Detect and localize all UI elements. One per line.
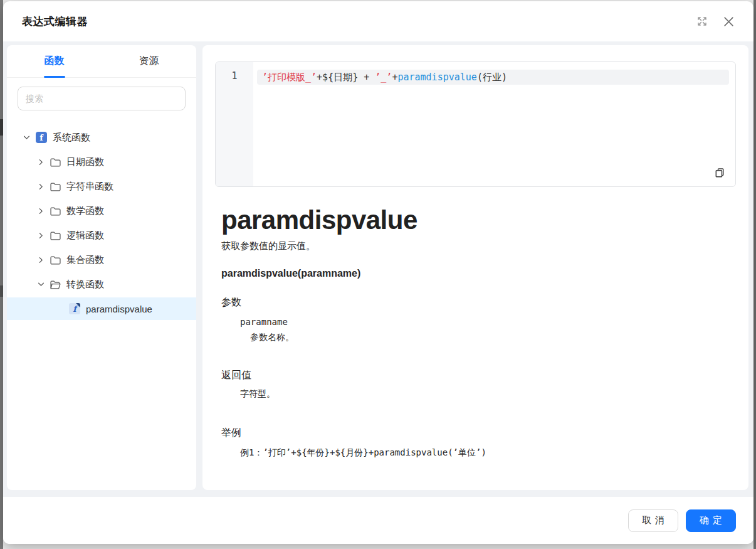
tree-item-label: 日期函数 bbox=[66, 156, 104, 168]
tree-item-paramdispvalue[interactable]: f paramdispvalue bbox=[7, 297, 196, 320]
tree-item-string-functions[interactable]: 字符串函数 bbox=[7, 175, 196, 198]
docs-example-line: 例1：’打印’+${年份}+${月份}+paramdispvalue(’单位’) bbox=[240, 447, 730, 459]
docs-summary: 获取参数值的显示值。 bbox=[221, 240, 730, 252]
docs-example-heading: 举例 bbox=[221, 427, 730, 440]
code-string-token: ’打印模版_’ bbox=[262, 72, 317, 83]
tree-item-conversion-functions[interactable]: 转换函数 bbox=[7, 273, 196, 296]
tree-item-label: 转换函数 bbox=[66, 279, 104, 290]
sidebar: 函数 资源 f 系统函数 bbox=[7, 45, 196, 490]
dialog-footer: 取消 确定 bbox=[3, 497, 753, 544]
expression-code-editor: 1 ’打印模版_’+${日期} + ’_’+paramdispvalue(行业) bbox=[215, 61, 736, 187]
docs-function-name: paramdispvalue bbox=[221, 205, 730, 235]
folder-icon bbox=[50, 206, 61, 216]
chevron-down-icon[interactable] bbox=[37, 280, 45, 288]
function-tree: f 系统函数 日期函数 bbox=[7, 124, 196, 322]
function-icon: f bbox=[69, 303, 80, 314]
tab-functions[interactable]: 函数 bbox=[7, 45, 102, 77]
docs-params-heading: 参数 bbox=[221, 296, 730, 309]
line-number: 1 bbox=[216, 70, 253, 82]
main-panel: 1 ’打印模版_’+${日期} + ’_’+paramdispvalue(行业)… bbox=[202, 45, 748, 490]
code-string-token: ’_’ bbox=[375, 72, 392, 83]
editor-code-area[interactable]: ’打印模版_’+${日期} + ’_’+paramdispvalue(行业) bbox=[253, 62, 735, 186]
folder-icon bbox=[50, 255, 61, 265]
folder-icon bbox=[50, 231, 61, 240]
function-group-icon: f bbox=[36, 132, 47, 143]
code-line[interactable]: ’打印模版_’+${日期} + ’_’+paramdispvalue(行业) bbox=[257, 70, 729, 85]
chevron-right-icon[interactable] bbox=[37, 183, 45, 190]
chevron-right-icon[interactable] bbox=[37, 232, 45, 239]
code-function-token: paramdispvalue bbox=[397, 72, 476, 83]
editor-gutter: 1 bbox=[216, 62, 253, 186]
close-icon[interactable] bbox=[722, 15, 735, 28]
folder-icon bbox=[50, 157, 61, 167]
tab-resources[interactable]: 资源 bbox=[102, 45, 196, 77]
expression-editor-dialog: 表达式编辑器 函数 资源 bbox=[3, 1, 753, 544]
dialog-title: 表达式编辑器 bbox=[22, 14, 88, 29]
tree-item-logic-functions[interactable]: 逻辑函数 bbox=[7, 224, 196, 247]
docs-param-name: paramname bbox=[240, 317, 730, 327]
sidebar-tabs: 函数 资源 bbox=[7, 45, 196, 78]
tree-item-label: paramdispvalue bbox=[86, 304, 152, 314]
code-plain-token: +${日期} + bbox=[317, 72, 375, 83]
docs-return-heading: 返回值 bbox=[221, 369, 730, 382]
tree-item-collection-functions[interactable]: 集合函数 bbox=[7, 248, 196, 271]
cancel-button[interactable]: 取消 bbox=[628, 509, 678, 532]
copy-icon[interactable] bbox=[713, 166, 727, 179]
tree-item-date-functions[interactable]: 日期函数 bbox=[7, 151, 196, 173]
tree-item-label: 集合函数 bbox=[66, 254, 104, 266]
expand-icon[interactable] bbox=[696, 15, 708, 28]
cancel-button-label: 取消 bbox=[642, 514, 668, 526]
dialog-body: 函数 资源 f 系统函数 bbox=[3, 41, 753, 497]
tree-item-math-functions[interactable]: 数学函数 bbox=[7, 200, 196, 222]
ok-button[interactable]: 确定 bbox=[686, 509, 736, 532]
tree-item-label: 系统函数 bbox=[53, 132, 90, 144]
chevron-right-icon[interactable] bbox=[37, 256, 45, 264]
docs-return-desc: 字符型。 bbox=[240, 388, 730, 400]
docs-signature: paramdispvalue(paramname) bbox=[221, 268, 730, 279]
function-docs: paramdispvalue 获取参数值的显示值。 paramdispvalue… bbox=[202, 205, 748, 459]
tree-item-label: 数学函数 bbox=[66, 205, 104, 217]
dialog-header: 表达式编辑器 bbox=[3, 1, 753, 41]
tree-item-system-functions[interactable]: f 系统函数 bbox=[7, 126, 196, 149]
chevron-right-icon[interactable] bbox=[37, 207, 45, 215]
tree-item-label: 逻辑函数 bbox=[66, 230, 104, 242]
chevron-right-icon[interactable] bbox=[37, 158, 45, 166]
folder-icon bbox=[50, 182, 61, 191]
backdrop-right-strip bbox=[753, 0, 756, 549]
ok-button-label: 确定 bbox=[700, 514, 726, 526]
dialog-header-actions bbox=[696, 15, 735, 28]
tree-item-label: 字符串函数 bbox=[66, 181, 113, 193]
search-wrap bbox=[18, 87, 186, 110]
code-plain-token: (行业) bbox=[477, 72, 507, 83]
docs-param-desc: 参数名称。 bbox=[250, 332, 730, 343]
folder-open-icon bbox=[50, 280, 61, 289]
chevron-down-icon[interactable] bbox=[23, 134, 30, 141]
search-input[interactable] bbox=[18, 87, 186, 110]
